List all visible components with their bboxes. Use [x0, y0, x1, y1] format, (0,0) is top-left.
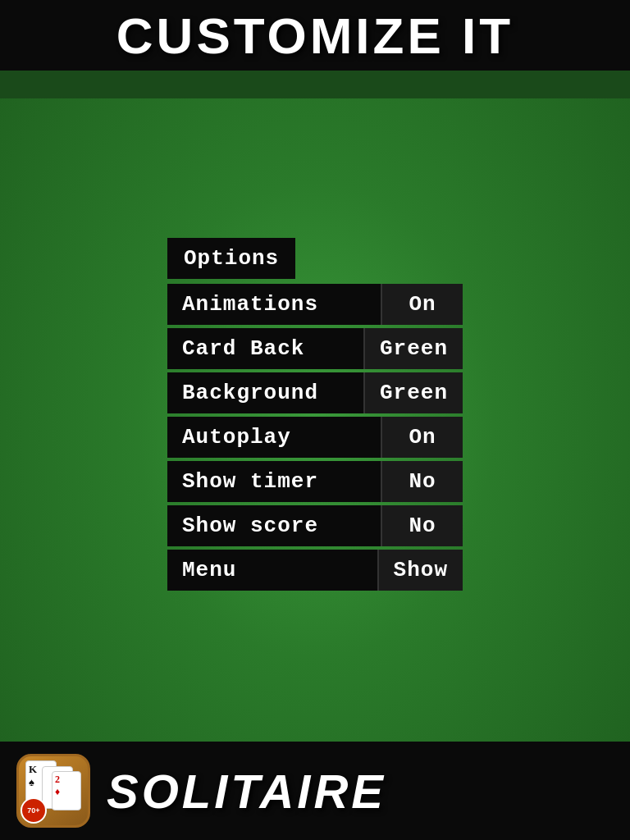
- two-card-icon: 2♦: [52, 771, 81, 810]
- autoplay-value[interactable]: On: [381, 417, 463, 458]
- show-score-label: Show score: [167, 505, 381, 546]
- menu-row[interactable]: Menu Show: [167, 550, 463, 591]
- animations-value[interactable]: On: [381, 284, 463, 325]
- show-score-row[interactable]: Show score No: [167, 505, 463, 546]
- section-header: Options: [167, 238, 463, 284]
- show-timer-row[interactable]: Show timer No: [167, 461, 463, 502]
- show-timer-value[interactable]: No: [381, 461, 463, 502]
- sub-banner: [0, 74, 630, 98]
- autoplay-label: Autoplay: [167, 417, 381, 458]
- animations-row[interactable]: Animations On: [167, 284, 463, 325]
- page-title: CUSTOMIZE IT: [116, 7, 514, 65]
- show-timer-label: Show timer: [167, 461, 381, 502]
- show-score-value[interactable]: No: [381, 505, 463, 546]
- app-icon[interactable]: K♠ A♦ 2♦ 70+: [16, 754, 90, 828]
- autoplay-row[interactable]: Autoplay On: [167, 417, 463, 458]
- card-back-value[interactable]: Green: [363, 328, 463, 369]
- background-value[interactable]: Green: [363, 372, 463, 413]
- background-row[interactable]: Background Green: [167, 372, 463, 413]
- menu-value[interactable]: Show: [377, 550, 463, 591]
- badge-70-icon: 70+: [21, 797, 47, 824]
- animations-label: Animations: [167, 284, 381, 325]
- card-back-label: Card Back: [167, 328, 363, 369]
- card-back-row[interactable]: Card Back Green: [167, 328, 463, 369]
- options-panel: Options Animations On Card Back Green Ba…: [167, 238, 463, 594]
- bottom-bar: K♠ A♦ 2♦ 70+ SOLITAIRE: [0, 742, 630, 840]
- app-name-label: SOLITAIRE: [107, 764, 386, 819]
- top-banner: CUSTOMIZE IT: [0, 0, 630, 74]
- background-label: Background: [167, 372, 363, 413]
- menu-label: Menu: [167, 550, 377, 591]
